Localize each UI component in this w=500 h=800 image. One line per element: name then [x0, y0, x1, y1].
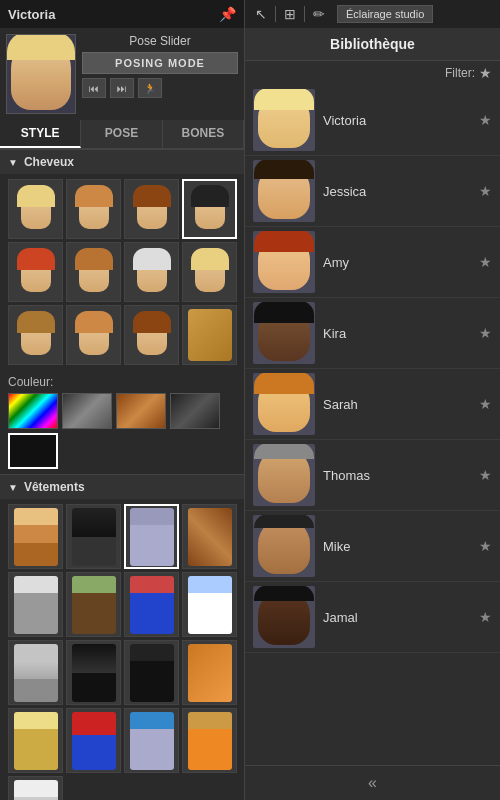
char-item-sarah[interactable]: Sarah ★	[245, 369, 500, 440]
char-item-jessica[interactable]: Jessica ★	[245, 156, 500, 227]
hair-item-2[interactable]	[66, 179, 121, 239]
left-panel: Victoria 📌 Pose Slider POSING MODE ⏮ ⏭ 🏃…	[0, 0, 245, 800]
clothes-item-12[interactable]	[182, 640, 237, 705]
hair-grid	[0, 174, 244, 370]
char-thumb-sarah	[253, 373, 315, 435]
nav-back-button[interactable]: «	[368, 774, 377, 792]
char-star-kira[interactable]: ★	[479, 325, 492, 341]
hair-item-12[interactable]	[182, 305, 237, 365]
hair-item-7[interactable]	[124, 242, 179, 302]
clothes-item-5[interactable]	[8, 572, 63, 637]
hair-item-1[interactable]	[8, 179, 63, 239]
clothes-item-2[interactable]	[66, 504, 121, 569]
sections-scroll[interactable]: ▼ Cheveux	[0, 149, 244, 800]
toolbar-separator-2	[304, 6, 305, 22]
pose-next-button[interactable]: ⏭	[110, 78, 134, 98]
tab-pose[interactable]: POSE	[81, 120, 162, 148]
filter-row: Filter: ★	[245, 61, 500, 85]
hair-item-3[interactable]	[124, 179, 179, 239]
char-name-sarah: Sarah	[323, 397, 471, 412]
clothes-item-15[interactable]	[124, 708, 179, 773]
char-item-mike[interactable]: Mike ★	[245, 511, 500, 582]
eclairage-button[interactable]: Éclairage studio	[337, 5, 433, 23]
char-thumb-victoria	[253, 89, 315, 151]
pose-slider-label: Pose Slider	[82, 34, 238, 48]
char-thumb-thomas	[253, 444, 315, 506]
clothes-item-8[interactable]	[182, 572, 237, 637]
clothes-item-11[interactable]	[124, 640, 179, 705]
char-item-kira[interactable]: Kira ★	[245, 298, 500, 369]
tab-style[interactable]: STYLE	[0, 120, 81, 148]
clothes-item-16[interactable]	[182, 708, 237, 773]
clothes-grid	[0, 499, 244, 800]
cursor-tool-button[interactable]: ↖	[251, 4, 271, 24]
tab-bar: STYLE POSE BONES	[0, 120, 244, 149]
clothes-item-7[interactable]	[124, 572, 179, 637]
clothes-item-9[interactable]	[8, 640, 63, 705]
clothes-section-header[interactable]: ▼ Vêtements	[0, 474, 244, 499]
hair-section-label: Cheveux	[24, 155, 74, 169]
window-title: Victoria	[8, 7, 55, 22]
color-swatch-dark[interactable]	[62, 393, 112, 429]
color-swatch-selected[interactable]	[8, 433, 58, 469]
color-label: Couleur:	[8, 375, 236, 389]
hair-section-header[interactable]: ▼ Cheveux	[0, 149, 244, 174]
char-star-amy[interactable]: ★	[479, 254, 492, 270]
char-star-thomas[interactable]: ★	[479, 467, 492, 483]
posing-mode-button[interactable]: POSING MODE	[82, 52, 238, 74]
hair-item-10[interactable]	[66, 305, 121, 365]
clothes-item-1[interactable]	[8, 504, 63, 569]
clothes-item-10[interactable]	[66, 640, 121, 705]
avatar-face	[11, 38, 71, 110]
color-swatch-brown[interactable]	[116, 393, 166, 429]
clothes-item-4[interactable]	[182, 504, 237, 569]
char-item-jamal[interactable]: Jamal ★	[245, 582, 500, 653]
char-item-victoria[interactable]: Victoria ★	[245, 85, 500, 156]
hair-section-arrow: ▼	[8, 157, 18, 168]
character-list[interactable]: Victoria ★ Jessica ★ Amy ★ Kira ★	[245, 85, 500, 765]
pose-action-button[interactable]: 🏃	[138, 78, 162, 98]
char-name-thomas: Thomas	[323, 468, 471, 483]
char-thumb-mike	[253, 515, 315, 577]
hair-item-5[interactable]	[8, 242, 63, 302]
char-star-victoria[interactable]: ★	[479, 112, 492, 128]
char-star-mike[interactable]: ★	[479, 538, 492, 554]
clothes-item-17[interactable]	[8, 776, 63, 800]
avatar-hair	[7, 34, 75, 60]
clothes-item-14[interactable]	[66, 708, 121, 773]
toolbar-separator-1	[275, 6, 276, 22]
clothes-section-label: Vêtements	[24, 480, 85, 494]
toolbar-row: ↖ ⊞ ✏ Éclairage studio	[245, 0, 500, 28]
clothes-item-6[interactable]	[66, 572, 121, 637]
char-item-thomas[interactable]: Thomas ★	[245, 440, 500, 511]
tab-bones[interactable]: BONES	[163, 120, 244, 148]
pin-icon: 📌	[219, 6, 236, 22]
pencil-tool-button[interactable]: ✏	[309, 4, 329, 24]
pose-prev-button[interactable]: ⏮	[82, 78, 106, 98]
hair-item-6[interactable]	[66, 242, 121, 302]
char-star-jamal[interactable]: ★	[479, 609, 492, 625]
char-item-amy[interactable]: Amy ★	[245, 227, 500, 298]
hair-item-11[interactable]	[124, 305, 179, 365]
char-name-kira: Kira	[323, 326, 471, 341]
bottom-nav: «	[245, 765, 500, 800]
char-star-sarah[interactable]: ★	[479, 396, 492, 412]
avatar-preview	[6, 34, 76, 114]
char-name-mike: Mike	[323, 539, 471, 554]
char-name-amy: Amy	[323, 255, 471, 270]
color-swatch-black[interactable]	[170, 393, 220, 429]
color-swatch-rainbow[interactable]	[8, 393, 58, 429]
hair-item-9[interactable]	[8, 305, 63, 365]
char-thumb-kira	[253, 302, 315, 364]
char-name-jessica: Jessica	[323, 184, 471, 199]
grid-tool-button[interactable]: ⊞	[280, 4, 300, 24]
char-star-jessica[interactable]: ★	[479, 183, 492, 199]
filter-star-icon[interactable]: ★	[479, 65, 492, 81]
char-thumb-jamal	[253, 586, 315, 648]
clothes-item-13[interactable]	[8, 708, 63, 773]
clothes-item-3-selected[interactable]	[124, 504, 179, 569]
hair-item-4-selected[interactable]	[182, 179, 237, 239]
pose-controls: Pose Slider POSING MODE ⏮ ⏭ 🏃	[82, 34, 238, 98]
color-section: Couleur:	[0, 370, 244, 474]
hair-item-8[interactable]	[182, 242, 237, 302]
